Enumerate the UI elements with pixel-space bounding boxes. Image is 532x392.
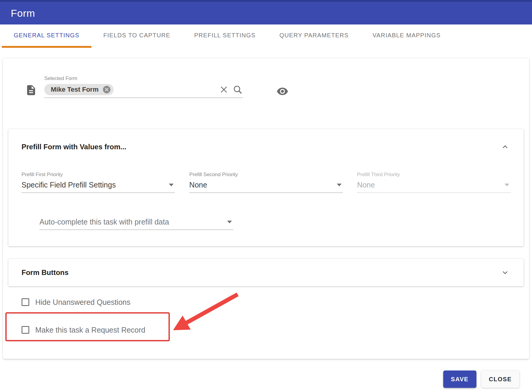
- dropdown-arrow-icon: [505, 184, 509, 186]
- dropdown-value: Specific Field Prefill Settings: [22, 180, 116, 189]
- selected-form-section: Selected Form Mike Test Form: [25, 76, 529, 98]
- chevron-down-icon[interactable]: [500, 267, 510, 278]
- checkbox-label: Make this task a Request Record: [35, 326, 145, 334]
- general-settings-card: Selected Form Mike Test Form: [3, 58, 529, 359]
- eye-icon[interactable]: [275, 85, 290, 98]
- page-title: Form: [11, 7, 35, 19]
- prefill-second-priority-dropdown[interactable]: Prefill Second Priority None: [189, 171, 343, 193]
- checkbox-icon[interactable]: [22, 298, 29, 306]
- tab-bar: GENERAL SETTINGS FIELDS TO CAPTURE PREFI…: [0, 24, 532, 48]
- selected-form-label: Selected Form: [44, 76, 243, 82]
- checkbox-icon[interactable]: [22, 326, 29, 334]
- document-icon: [25, 84, 37, 97]
- dropdown-arrow-icon: [169, 184, 174, 186]
- close-button[interactable]: CLOSE: [481, 371, 519, 388]
- hide-unanswered-questions-checkbox[interactable]: Hide Unanswered Questions: [22, 297, 529, 307]
- clear-icon[interactable]: [218, 84, 229, 95]
- dropdown-label: Prefill First Priority: [22, 171, 175, 178]
- chip-label: Mike Test Form: [51, 86, 99, 93]
- search-icon[interactable]: [232, 84, 243, 95]
- prefill-panel: Prefill Form with Values from... Prefill…: [8, 129, 524, 246]
- chevron-up-icon[interactable]: [500, 142, 510, 152]
- dropdown-value: None: [357, 180, 375, 189]
- make-request-record-checkbox[interactable]: Make this task a Request Record: [22, 325, 529, 335]
- save-button[interactable]: SAVE: [443, 371, 476, 388]
- chip-remove-icon[interactable]: [102, 85, 111, 94]
- dialog-header: Form: [0, 0, 532, 24]
- prefill-panel-title: Prefill Form with Values from...: [22, 142, 126, 151]
- dropdown-label: Prefill Second Priority: [189, 171, 343, 178]
- prefill-third-priority-dropdown: Prefill Third Priority None: [357, 171, 510, 193]
- dropdown-arrow-icon: [227, 221, 232, 223]
- tab-query-parameters[interactable]: QUERY PARAMETERS: [267, 24, 360, 48]
- dialog-actions: SAVE CLOSE: [0, 371, 532, 388]
- tab-fields-to-capture[interactable]: FIELDS TO CAPTURE: [91, 24, 182, 48]
- dropdown-label: Prefill Third Priority: [357, 171, 510, 178]
- selected-form-field[interactable]: Selected Form Mike Test Form: [44, 76, 243, 98]
- dropdown-arrow-icon: [337, 184, 342, 186]
- tab-prefill-settings[interactable]: PREFILL SETTINGS: [182, 24, 267, 48]
- form-buttons-panel[interactable]: Form Buttons: [8, 259, 524, 286]
- autocomplete-dropdown[interactable]: Auto-complete this task with prefill dat…: [39, 217, 233, 230]
- prefill-first-priority-dropdown[interactable]: Prefill First Priority Specific Field Pr…: [22, 171, 175, 193]
- tab-variable-mappings[interactable]: VARIABLE MAPPINGS: [360, 24, 452, 48]
- dropdown-value: None: [189, 180, 207, 189]
- selected-form-chip[interactable]: Mike Test Form: [44, 84, 114, 95]
- tab-general-settings[interactable]: GENERAL SETTINGS: [2, 24, 91, 48]
- form-buttons-title: Form Buttons: [22, 268, 68, 277]
- autocomplete-value: Auto-complete this task with prefill dat…: [39, 217, 169, 226]
- checkbox-label: Hide Unanswered Questions: [35, 298, 130, 307]
